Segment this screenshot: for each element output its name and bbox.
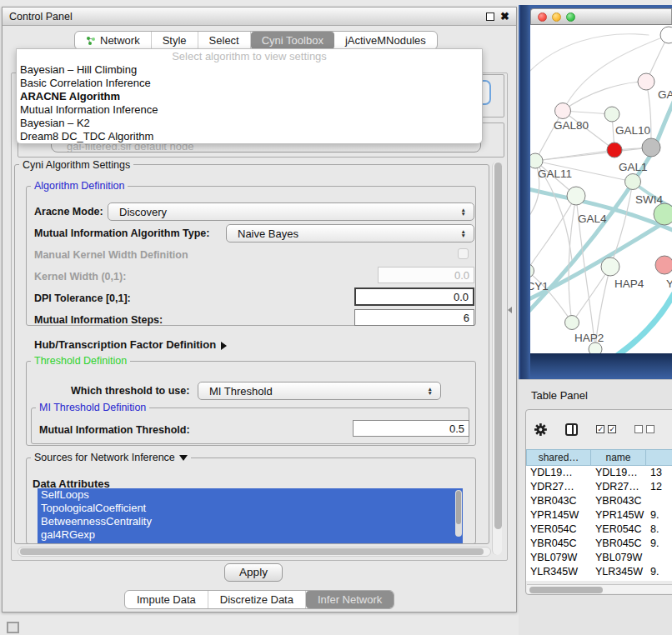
network-edge[interactable] — [535, 111, 563, 161]
kernel-width-field[interactable]: 0.0 — [378, 267, 474, 283]
algorithm-option[interactable]: Dream8 DC_TDC Algorithm — [17, 130, 482, 143]
mi-algorithm-type-select[interactable]: Naive Bayes ▲▼ — [226, 224, 474, 242]
network-window-titlebar[interactable] — [530, 8, 672, 25]
float-panel-icon[interactable] — [486, 12, 494, 21]
aracne-mode-label: Aracne Mode: — [34, 206, 103, 218]
network-node[interactable] — [604, 107, 619, 122]
table-hscroll-thumb[interactable] — [529, 587, 603, 593]
node-label: GAL7 — [658, 88, 672, 101]
network-window-frame: GAL7GAL80GAL10GAL1GAL11SWI4GAL4GCY1HAP4Y… — [519, 5, 672, 379]
data-attribute-item[interactable]: TopologicalCoefficient — [38, 502, 463, 515]
zoom-traffic-light-icon[interactable] — [566, 12, 575, 22]
aracne-mode-select[interactable]: Discovery ▲▼ — [108, 202, 474, 221]
attributes-scrollbar[interactable] — [455, 490, 462, 537]
manual-kernel-checkbox[interactable] — [458, 248, 469, 259]
close-icon[interactable]: ✖ — [500, 10, 509, 22]
node-label: GAL1 — [619, 161, 648, 173]
network-edge[interactable] — [646, 82, 651, 148]
algorithm-option[interactable]: Bayesian – K2 — [17, 117, 482, 130]
table-horizontal-scrollbar[interactable] — [527, 584, 672, 593]
node-label: SWI4 — [635, 193, 663, 206]
network-node[interactable] — [555, 103, 571, 119]
table-row[interactable]: YDR27…YDR27…12 — [526, 480, 672, 494]
which-threshold-select[interactable]: MI Threshold ▲▼ — [198, 382, 441, 400]
network-node[interactable] — [654, 203, 672, 225]
table-row[interactable]: YBR045CYBR045C9. — [526, 537, 672, 551]
network-node[interactable] — [607, 142, 622, 158]
network-edge[interactable] — [563, 35, 669, 111]
data-attribute-item[interactable]: BetweennessCentrality — [38, 515, 463, 528]
network-canvas[interactable]: GAL7GAL80GAL10GAL1GAL11SWI4GAL4GCY1HAP4Y… — [530, 25, 672, 353]
network-edge[interactable] — [618, 294, 672, 353]
settings-vertical-scrollbar[interactable] — [492, 162, 502, 555]
tab-style[interactable]: Style — [152, 32, 198, 49]
network-edge[interactable] — [563, 82, 646, 111]
which-threshold-label: Which threshold to use: — [71, 385, 189, 397]
select-all-columns-icon[interactable]: ✓✓ — [596, 425, 616, 433]
network-edge[interactable] — [535, 148, 651, 161]
algorithm-option[interactable]: ARACNE Algorithm — [17, 90, 482, 103]
network-node[interactable] — [565, 316, 579, 330]
manual-kernel-label: Manual Kernel Width Definition — [34, 249, 188, 261]
column-header[interactable]: shared… — [526, 449, 591, 466]
mi-threshold-field[interactable]: 0.5 — [353, 420, 469, 437]
table-row[interactable]: YPR145WYPR145W9. — [526, 508, 672, 522]
network-node[interactable] — [567, 187, 585, 205]
splitter-handle-icon[interactable] — [508, 307, 512, 313]
mi-algorithm-type-label: Mutual Information Algorithm Type: — [34, 228, 209, 239]
minimize-traffic-light-icon[interactable] — [552, 12, 561, 22]
table-cell: YER054C — [526, 522, 591, 537]
gear-icon[interactable] — [534, 422, 547, 437]
network-node[interactable] — [601, 258, 619, 276]
table-row[interactable]: YER054CYER054C8. — [526, 522, 672, 537]
mi-algorithm-type-value: Naive Bayes — [227, 228, 461, 240]
aracne-mode-value: Discovery — [108, 206, 461, 218]
network-node[interactable] — [655, 256, 672, 274]
network-graph[interactable]: GAL7GAL80GAL10GAL1GAL11SWI4GAL4GCY1HAP4Y… — [530, 25, 672, 353]
mi-steps-field[interactable]: 6 — [354, 309, 474, 326]
tab-select[interactable]: Select — [198, 32, 251, 49]
close-traffic-light-icon[interactable] — [538, 12, 547, 22]
dpi-tolerance-field[interactable]: 0.0 — [354, 288, 474, 306]
show-columns-icon[interactable] — [565, 423, 578, 436]
table-row[interactable]: YIL052CYIL052C9 — [526, 579, 672, 581]
settings-hscroll-thumb[interactable] — [20, 548, 484, 555]
column-header[interactable] — [646, 449, 672, 466]
hub-definition-toggle[interactable]: Hub/Transcription Factor Definition — [34, 338, 227, 351]
table-cell — [646, 494, 672, 508]
settings-horizontal-scrollbar[interactable] — [18, 547, 491, 557]
table-row[interactable]: YDL19…YDL19…13 — [526, 466, 672, 480]
algorithm-option[interactable]: Basic Correlation Inference — [17, 77, 482, 90]
network-node[interactable] — [642, 138, 660, 157]
tab-jactivemnodules[interactable]: jActiveMNodules — [334, 32, 437, 49]
data-attribute-item[interactable]: gal4RGexp — [38, 528, 463, 542]
network-node[interactable] — [625, 174, 641, 190]
sources-group-title[interactable]: Sources for Network Inference — [31, 452, 191, 463]
table-row[interactable]: YBR043CYBR043C — [526, 494, 672, 508]
settings-vscroll-thumb[interactable] — [494, 162, 502, 529]
attributes-scrollbar-thumb[interactable] — [456, 491, 461, 524]
table-cell: 9. — [646, 565, 672, 579]
network-node[interactable] — [638, 73, 654, 90]
collapsed-panel-icon[interactable] — [7, 622, 19, 633]
network-node[interactable] — [530, 153, 543, 168]
table-row[interactable]: YLR345WYLR345W9. — [526, 565, 672, 579]
network-edge[interactable] — [530, 34, 649, 75]
hub-definition-label: Hub/Transcription Factor Definition — [34, 338, 216, 351]
bottom-tab-discretize-data[interactable]: Discretize Data — [208, 591, 306, 608]
data-attributes-list[interactable]: SelfLoopsTopologicalCoefficientBetweenne… — [38, 488, 463, 543]
column-header[interactable]: name — [591, 449, 646, 466]
node-label: HAP4 — [614, 278, 644, 290]
apply-button[interactable]: Apply — [224, 563, 283, 582]
table-row[interactable]: YBL079WYBL079W — [526, 551, 672, 565]
deselect-all-columns-icon[interactable] — [634, 425, 654, 433]
algorithm-option[interactable]: Mutual Information Inference — [17, 103, 482, 117]
tab-cyni-toolbox[interactable]: Cyni Toolbox — [251, 32, 334, 49]
tab-network[interactable]: Network — [75, 32, 152, 49]
table-cell: 13 — [646, 466, 672, 480]
data-attribute-item[interactable]: SelfLoops — [38, 488, 463, 502]
algorithm-option[interactable]: Bayesian – Hill Climbing — [17, 63, 482, 77]
bottom-tab-infer-network[interactable]: Infer Network — [306, 591, 394, 608]
network-node[interactable] — [660, 27, 672, 43]
bottom-tab-impute-data[interactable]: Impute Data — [125, 591, 208, 608]
